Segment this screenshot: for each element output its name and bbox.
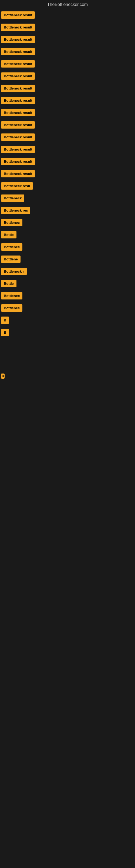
items-container: Bottleneck resultBottleneck resultBottle… <box>0 9 135 338</box>
bottleneck-item: Bottlene <box>0 253 135 265</box>
bottleneck-badge[interactable]: Bottle <box>1 231 16 239</box>
bottleneck-badge[interactable]: Bottleneck result <box>1 97 35 104</box>
spacer-2 <box>0 381 135 414</box>
bottleneck-badge[interactable]: Bottleneck result <box>1 72 35 80</box>
bottleneck-item: Bottleneck result <box>0 70 135 82</box>
bottleneck-item: Bottleneck result <box>0 46 135 58</box>
bottleneck-badge[interactable]: Bottleneck result <box>1 170 35 177</box>
bottleneck-item: Bottleneck result <box>0 156 135 167</box>
last-item-container: B <box>0 371 135 381</box>
bottleneck-item: Bottleneck result <box>0 58 135 70</box>
bottleneck-item-last: B <box>0 371 135 381</box>
bottleneck-item: Bottleneck <box>0 192 135 204</box>
spacer-4 <box>0 446 135 479</box>
bottleneck-badge[interactable]: B <box>1 316 9 324</box>
bottleneck-badge-last[interactable]: B <box>1 373 5 379</box>
bottleneck-badge[interactable]: Bottleneck res <box>1 207 30 214</box>
bottleneck-badge[interactable]: Bottleneck r <box>1 268 27 275</box>
bottleneck-item: Bottleneck r <box>0 266 135 277</box>
bottleneck-item: Bottleneck result <box>0 9 135 21</box>
spacer-3 <box>0 414 135 446</box>
bottleneck-badge[interactable]: Bottleneck result <box>1 133 35 141</box>
bottleneck-badge[interactable]: Bottleneck <box>1 194 24 202</box>
bottleneck-badge[interactable]: Bottlenec <box>1 243 22 251</box>
bottleneck-badge[interactable]: Bottleneck resu <box>1 182 33 190</box>
bottleneck-badge[interactable]: Bottleneck result <box>1 121 35 129</box>
bottleneck-item: Bottleneck result <box>0 131 135 143</box>
bottleneck-badge[interactable]: Bottleneck result <box>1 146 35 153</box>
bottleneck-item: Bottleneck result <box>0 119 135 131</box>
bottleneck-badge[interactable]: Bottleneck result <box>1 48 35 55</box>
bottleneck-badge[interactable]: Bottlenec <box>1 292 22 300</box>
bottleneck-item: Bottle <box>0 278 135 289</box>
bottleneck-item: Bottleneck result <box>0 95 135 106</box>
site-title: TheBottlenecker.com <box>0 0 135 9</box>
bottleneck-item: Bottleneck result <box>0 168 135 180</box>
bottleneck-badge[interactable]: Bottlenec <box>1 219 22 226</box>
bottleneck-badge[interactable]: Bottleneck result <box>1 60 35 67</box>
bottleneck-item: Bottleneck result <box>0 22 135 33</box>
bottleneck-item: Bottlenec <box>0 290 135 302</box>
bottleneck-badge[interactable]: Bottlene <box>1 255 20 263</box>
bottleneck-item: B <box>0 327 135 338</box>
bottleneck-badge[interactable]: Bottleneck result <box>1 85 35 92</box>
bottleneck-badge[interactable]: Bottleneck result <box>1 11 35 19</box>
bottleneck-item: B <box>0 314 135 326</box>
bottleneck-item: Bottleneck result <box>0 83 135 94</box>
bottleneck-item: Bottlenec <box>0 302 135 314</box>
bottleneck-item: Bottleneck result <box>0 144 135 155</box>
bottleneck-badge[interactable]: B <box>1 329 9 336</box>
bottleneck-badge[interactable]: Bottle <box>1 280 16 287</box>
bottleneck-item: Bottleneck result <box>0 34 135 45</box>
bottleneck-badge[interactable]: Bottleneck result <box>1 158 35 165</box>
bottleneck-badge[interactable]: Bottleneck result <box>1 24 35 31</box>
bottleneck-item: Bottleneck result <box>0 107 135 119</box>
spacer-1 <box>0 339 135 371</box>
bottleneck-item: Bottlenec <box>0 217 135 228</box>
bottleneck-item: Bottleneck res <box>0 205 135 216</box>
bottleneck-badge[interactable]: Bottleneck result <box>1 36 35 43</box>
bottleneck-badge[interactable]: Bottlenec <box>1 304 22 312</box>
bottleneck-item: Bottleneck resu <box>0 180 135 192</box>
bottleneck-badge[interactable]: Bottleneck result <box>1 109 35 116</box>
bottleneck-item: Bottlenec <box>0 241 135 253</box>
bottleneck-item: Bottle <box>0 229 135 241</box>
